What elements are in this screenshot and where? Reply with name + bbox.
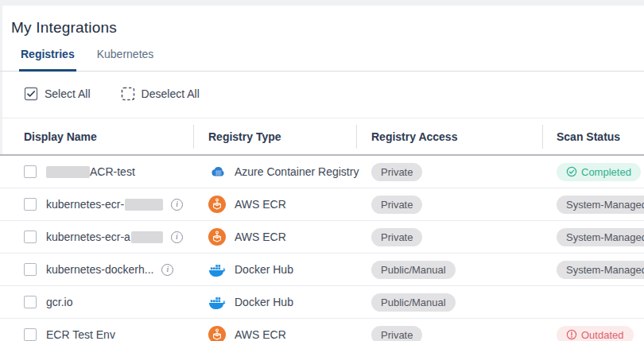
table-row: gcr.io [0, 286, 644, 319]
registry-type-label: Docker Hub [235, 263, 293, 276]
my-integrations-page: My Integrations Registries Kubernetes Se… [0, 0, 644, 341]
info-icon[interactable]: i [171, 231, 183, 243]
registry-type-label: Azure Container Registry [235, 165, 359, 178]
scan-status-cell: Outdated [542, 326, 644, 341]
table-header-row: Display Name Registry Type Registry Acce… [0, 118, 644, 156]
row-checkbox[interactable] [24, 263, 37, 276]
registry-access-badge: Public/Manual [371, 293, 456, 312]
table-body: ACR-test Azure Container Registry Privat… [0, 156, 644, 341]
display-name-cell: kubernetes-ecr-a i [0, 231, 193, 243]
column-header-scan-status: Scan Status [542, 130, 644, 143]
redacted-text [131, 231, 163, 243]
scan-status-label: System-Managed [566, 264, 644, 276]
registry-type-cell: AWS ECR [193, 228, 356, 246]
scan-status-label: System-Managed [566, 231, 644, 243]
registry-type-label: AWS ECR [235, 328, 286, 341]
row-checkbox[interactable] [24, 296, 37, 308]
display-name-label: kubernetes-ecr- [46, 198, 124, 211]
registry-type-label: Docker Hub [235, 296, 293, 308]
scan-status-label: System-Managed [566, 199, 644, 211]
docker-hub-icon [208, 293, 226, 311]
checkbox-dashed-icon [121, 87, 135, 101]
aws-ecr-icon [208, 228, 226, 246]
display-name-label: kubernetes-dockerh... [46, 263, 153, 276]
registry-access-cell: Private [356, 228, 542, 246]
deselect-all-label: Deselect All [142, 87, 200, 100]
scan-status-label: Completed [581, 166, 631, 178]
azure-container-registry-icon [208, 163, 226, 180]
display-name-label: kubernetes-ecr-a [46, 231, 130, 243]
scan-status-badge: System-Managed [557, 228, 644, 246]
check-circle-icon [566, 166, 577, 177]
scan-status-badge: System-Managed [557, 261, 644, 279]
redacted-text [46, 166, 90, 178]
aws-ecr-icon [208, 326, 226, 341]
row-checkbox[interactable] [24, 231, 37, 243]
scan-status-cell: Completed [542, 163, 644, 181]
docker-hub-icon [208, 261, 226, 278]
tab-kubernetes[interactable]: Kubernetes [95, 47, 156, 71]
table-row: kubernetes-ecr- i AWS ECR Private [0, 188, 644, 221]
page-title: My Integrations [11, 18, 644, 37]
column-header-registry-type: Registry Type [193, 130, 356, 143]
table-row: kubernetes-dockerh... i [0, 254, 644, 286]
registry-access-cell: Private [356, 326, 542, 341]
display-name-label: ECR Test Env [46, 328, 115, 341]
registry-access-badge: Public/Manual [371, 261, 456, 279]
row-checkbox[interactable] [24, 328, 37, 341]
registry-access-badge: Private [371, 326, 422, 341]
registry-access-cell: Public/Manual [356, 261, 542, 279]
tab-registries[interactable]: Registries [19, 47, 76, 71]
registry-access-cell: Public/Manual [356, 293, 542, 312]
checkbox-checked-icon [24, 87, 38, 101]
selection-toolbar: Select All Deselect All [24, 86, 644, 101]
registry-access-cell: Private [356, 163, 542, 181]
tab-bar: Registries Kubernetes [0, 47, 644, 72]
display-name-cell: kubernetes-dockerh... i [0, 263, 193, 276]
deselect-all-button[interactable]: Deselect All [121, 87, 200, 101]
redacted-text [125, 199, 163, 211]
registry-type-label: AWS ECR [235, 198, 286, 211]
alert-circle-icon [566, 329, 577, 340]
row-checkbox[interactable] [24, 198, 37, 211]
registry-type-label: AWS ECR [235, 231, 286, 243]
display-name-label: ACR-test [90, 165, 135, 178]
scan-status-cell: System-Managed [542, 261, 644, 279]
registry-type-cell: Docker Hub [193, 261, 356, 278]
scan-status-badge: Completed [557, 163, 641, 181]
scan-status-cell: System-Managed [542, 196, 644, 214]
column-header-display-name: Display Name [0, 130, 193, 143]
aws-ecr-icon [208, 196, 226, 213]
table-row: ACR-test Azure Container Registry Privat… [0, 156, 644, 188]
scan-status-badge: System-Managed [557, 196, 644, 214]
display-name-cell: kubernetes-ecr- i [0, 198, 193, 211]
registry-type-cell: AWS ECR [193, 196, 356, 213]
info-icon[interactable]: i [161, 264, 173, 276]
row-checkbox[interactable] [24, 165, 37, 178]
registry-access-badge: Private [371, 196, 422, 214]
display-name-cell: gcr.io [0, 296, 193, 308]
display-name-cell: ACR-test [0, 165, 193, 178]
scan-status-label: Outdated [581, 329, 624, 341]
registry-type-cell: Azure Container Registry [193, 163, 356, 180]
table-row: kubernetes-ecr-a i AWS ECR Private [0, 221, 644, 254]
select-all-label: Select All [45, 87, 91, 100]
registry-access-cell: Private [356, 196, 542, 214]
registries-table: Display Name Registry Type Registry Acce… [0, 118, 644, 341]
registry-type-cell: AWS ECR [193, 326, 356, 341]
info-icon[interactable]: i [171, 199, 183, 211]
scan-status-cell: System-Managed [542, 228, 644, 246]
display-name-label: gcr.io [46, 296, 72, 308]
registry-type-cell: Docker Hub [193, 293, 356, 311]
registry-access-badge: Private [371, 228, 422, 246]
display-name-cell: ECR Test Env [0, 328, 193, 341]
column-header-registry-access: Registry Access [356, 130, 542, 143]
table-row: ECR Test Env AWS ECR Private [0, 319, 644, 341]
select-all-button[interactable]: Select All [24, 87, 91, 101]
registry-access-badge: Private [371, 163, 422, 181]
scan-status-badge: Outdated [557, 326, 634, 341]
